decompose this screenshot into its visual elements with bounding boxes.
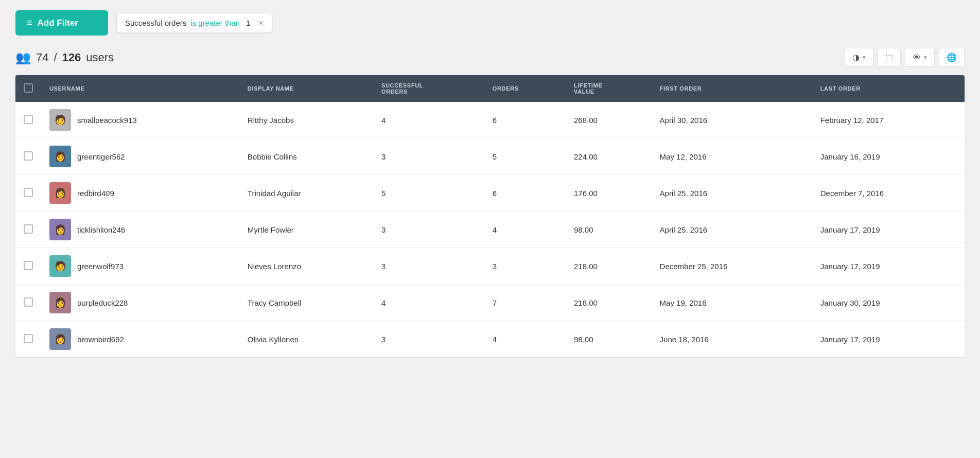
last-order-cell: December 7, 2016 [812,175,965,212]
display-name-cell: Bobbie Collins [239,138,373,175]
username-cell: 🧑 greenwolf973 [41,248,239,285]
select-all-checkbox[interactable] [24,83,33,93]
username-value[interactable]: redbird409 [77,189,114,198]
username-cell: 👩 ticklishlion246 [41,212,239,248]
first-order-cell: June 18, 2016 [652,321,812,358]
username-value[interactable]: smallpeacock913 [77,116,137,125]
successful-orders-cell: 3 [373,321,484,358]
users-icon: 👥 [15,50,31,65]
globe-button[interactable]: 🌐 [939,48,965,67]
checkbox-header [15,75,41,102]
table-row[interactable]: 👩 ticklishlion246 Myrtle Fowler 3 4 98.0… [15,212,965,248]
count-separator: / [54,51,57,64]
filter-chip-text: Successful orders [125,19,186,27]
avatar: 👩 [49,219,71,240]
successful-orders-cell: 4 [373,285,484,321]
table-header: USERNAME DISPLAY NAME SUCCESSFULORDERS O… [15,75,965,102]
orders-cell: 5 [484,138,566,175]
orders-header: ORDERS [484,75,566,102]
lifetime-value-cell: 176.00 [566,175,652,212]
chevron-down-icon: ▾ [863,54,866,61]
last-order-cell: February 12, 2017 [812,102,965,138]
row-checkbox[interactable] [24,297,33,307]
display-name-cell: Ritthy Jacobs [239,102,373,138]
first-order-cell: April 30, 2016 [652,102,812,138]
avatar: 🧑 [49,255,71,277]
username-header: USERNAME [41,75,239,102]
display-name-cell: Myrtle Fowler [239,212,373,248]
table-row[interactable]: 👩 brownbird692 Olivia Kyllonen 3 4 98.00… [15,321,965,358]
eye-icon: 👁 [913,53,921,62]
username-value[interactable]: purpleduck228 [77,298,128,307]
username-value[interactable]: greenwolf973 [77,262,124,271]
last-order-cell: January 30, 2019 [812,285,965,321]
pie-chart-icon: ◑ [852,52,860,62]
first-order-cell: April 25, 2016 [652,212,812,248]
chevron-down-icon-2: ▾ [924,54,927,61]
successful-orders-header: SUCCESSFULORDERS [373,75,484,102]
first-order-cell: May 19, 2016 [652,285,812,321]
row-checkbox-cell [15,102,41,138]
lifetime-value-cell: 218.00 [566,285,652,321]
table-row[interactable]: 👩 purpleduck228 Tracy Campbell 4 7 218.0… [15,285,965,321]
table-body: 🧑 smallpeacock913 Ritthy Jacobs 4 6 268.… [15,102,965,357]
first-order-header: FIRST ORDER [652,75,812,102]
username-value[interactable]: greentiger562 [77,152,125,161]
successful-orders-cell: 3 [373,138,484,175]
row-checkbox[interactable] [24,115,33,124]
display-name-cell: Tracy Campbell [239,285,373,321]
last-order-cell: January 17, 2019 [812,321,965,358]
first-order-cell: April 25, 2016 [652,175,812,212]
successful-orders-cell: 3 [373,212,484,248]
lifetime-value-cell: 224.00 [566,138,652,175]
lifetime-value-cell: 218.00 [566,248,652,285]
table-row[interactable]: 👩 redbird409 Trinidad Aguilar 5 6 176.00… [15,175,965,212]
successful-orders-cell: 5 [373,175,484,212]
row-checkbox-cell [15,285,41,321]
username-cell: 👩 purpleduck228 [41,285,239,321]
row-checkbox[interactable] [24,224,33,234]
export-button[interactable]: ⬚ [878,48,901,67]
username-cell: 🧑 smallpeacock913 [41,102,239,138]
pie-chart-button[interactable]: ◑ ▾ [845,48,873,67]
table-row[interactable]: 👩 greentiger562 Bobbie Collins 3 5 224.0… [15,138,965,175]
last-order-cell: January 17, 2019 [812,248,965,285]
orders-cell: 4 [484,212,566,248]
filter-chip-operator: is greater than [190,19,240,27]
display-name-header: DISPLAY NAME [239,75,373,102]
avatar: 👩 [49,292,71,313]
row-checkbox[interactable] [24,334,33,343]
filtered-count: 74 [36,51,48,64]
lifetime-value-header: LIFETIMEVALUE [566,75,652,102]
table-row[interactable]: 🧑 smallpeacock913 Ritthy Jacobs 4 6 268.… [15,102,965,138]
successful-orders-cell: 4 [373,102,484,138]
first-order-cell: May 12, 2016 [652,138,812,175]
avatar: 🧑 [49,109,71,131]
row-checkbox-cell [15,138,41,175]
username-value[interactable]: ticklishlion246 [77,225,125,234]
avatar: 👩 [49,146,71,167]
orders-cell: 6 [484,102,566,138]
lifetime-value-cell: 98.00 [566,321,652,358]
username-value[interactable]: brownbird692 [77,335,124,344]
username-cell: 👩 redbird409 [41,175,239,212]
users-label: users [86,51,114,64]
lifetime-value-cell: 268.00 [566,102,652,138]
row-checkbox[interactable] [24,188,33,197]
filter-chip-close-button[interactable]: × [258,19,263,27]
filter-icon: ≡ [27,17,32,28]
visibility-button[interactable]: 👁 ▾ [905,48,935,67]
last-order-header: LAST ORDER [812,75,965,102]
display-name-cell: Trinidad Aguilar [239,175,373,212]
row-checkbox[interactable] [24,261,33,270]
add-filter-button[interactable]: ≡ Add Filter [15,10,108,36]
username-cell: 👩 greentiger562 [41,138,239,175]
users-table-container: USERNAME DISPLAY NAME SUCCESSFULORDERS O… [15,75,965,357]
row-checkbox[interactable] [24,151,33,161]
display-name-cell: Nieves Lorenzo [239,248,373,285]
display-name-cell: Olivia Kyllonen [239,321,373,358]
lifetime-value-cell: 98.00 [566,212,652,248]
header-row: ≡ Add Filter Successful orders is greate… [15,10,965,36]
table-row[interactable]: 🧑 greenwolf973 Nieves Lorenzo 3 3 218.00… [15,248,965,285]
filter-chip-value: 1 [246,19,250,27]
